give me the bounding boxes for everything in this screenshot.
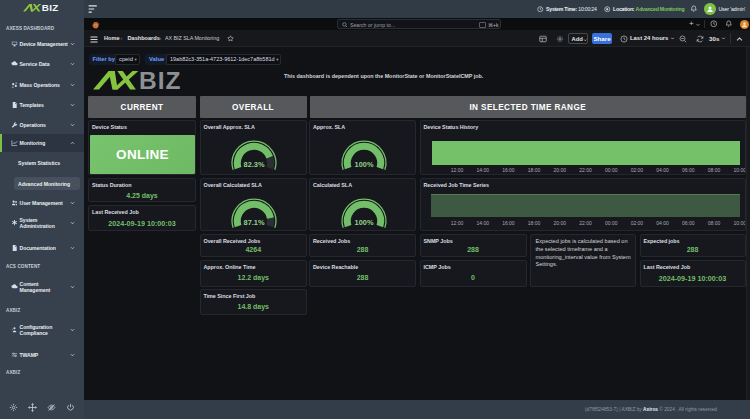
svg-text:BIZ: BIZ (41, 4, 58, 12)
svg-text:BIZ: BIZ (139, 71, 181, 90)
svg-text:82.3%: 82.3% (244, 160, 265, 169)
svg-text:100%: 100% (354, 218, 373, 227)
svg-text:87.1%: 87.1% (244, 218, 265, 227)
svg-text:100%: 100% (354, 160, 373, 169)
